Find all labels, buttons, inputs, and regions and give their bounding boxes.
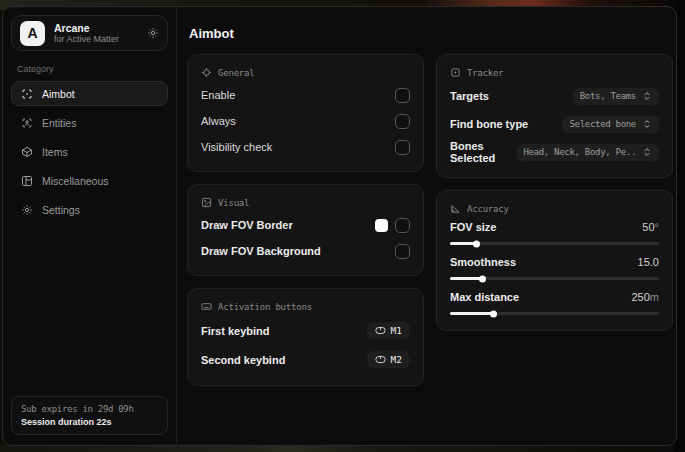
card-title-text: Accuracy: [467, 204, 509, 214]
setting-label: Second keybind: [201, 354, 285, 366]
accuracy-card: Accuracy FOV size 50° Smoothness: [436, 190, 673, 331]
brand-card: A Arcane for Active Matter: [11, 15, 168, 51]
slider-value: 15.0: [638, 256, 659, 268]
setting-row-visibility-check: Visibility check: [201, 134, 410, 160]
brand-text: Arcane for Active Matter: [54, 22, 138, 44]
slider-unit: m: [650, 291, 659, 303]
sidebar: A Arcane for Active Matter Category: [3, 7, 177, 445]
card-title-text: General: [218, 68, 255, 78]
smoothness-slider[interactable]: [450, 277, 659, 280]
find-bone-type-dropdown[interactable]: Selected bone: [562, 116, 659, 133]
sidebar-item-label: Miscellaneous: [42, 175, 109, 187]
fov-border-color-swatch[interactable]: [375, 219, 388, 232]
setting-label: Smoothness: [450, 256, 516, 268]
sidebar-item-aimbot[interactable]: Aimbot: [11, 81, 168, 106]
image-icon: [201, 197, 212, 208]
fov-size-slider-group: FOV size 50°: [450, 219, 659, 245]
enable-checkbox[interactable]: [395, 88, 410, 103]
page-title: Aimbot: [189, 26, 673, 41]
right-column: Tracker Targets Bots, Teams: [436, 54, 673, 386]
keyboard-icon: [201, 301, 212, 312]
setting-label: Enable: [201, 89, 235, 101]
always-checkbox[interactable]: [395, 114, 410, 129]
card-title-text: Activation buttons: [218, 302, 312, 312]
dropdown-value: Bots, Teams: [580, 91, 636, 101]
setting-label: Always: [201, 115, 236, 127]
brand-subtitle: for Active Matter: [54, 34, 138, 44]
brand-title: Arcane: [54, 22, 138, 34]
dropdown-value: Head, Neck, Body, Pe..: [523, 147, 636, 157]
first-keybind-button[interactable]: M1: [367, 322, 410, 339]
slider-number: 50: [642, 221, 654, 233]
slider-fill[interactable]: [450, 277, 483, 280]
setting-label: Max distance: [450, 291, 519, 303]
dropdown-value: Selected bone: [569, 119, 636, 129]
bones-selected-dropdown[interactable]: Head, Neck, Body, Pe..: [516, 144, 659, 161]
setting-label: FOV size: [450, 221, 496, 233]
sidebar-nav: Aimbot Entities Items: [11, 81, 168, 222]
mouse-icon: [375, 326, 386, 335]
max-distance-slider[interactable]: [450, 312, 659, 315]
sub-expires-text: Sub expires in 29d 09h: [21, 404, 158, 414]
visual-card: Visual Draw FOV Border Draw FOV Backgrou…: [187, 184, 424, 276]
slider-number: 250: [631, 291, 649, 303]
setting-row-first-keybind: First keybind M1: [201, 316, 410, 345]
left-column: General Enable Always Visibility check: [187, 54, 424, 386]
gear-icon: [21, 204, 33, 216]
person-scan-icon: [21, 117, 33, 129]
setting-row-draw-fov-border: Draw FOV Border: [201, 212, 410, 238]
slider-fill[interactable]: [450, 242, 477, 245]
main-content: Aimbot General Enable: [177, 7, 677, 445]
cheat-menu-window: A Arcane for Active Matter Category: [2, 6, 677, 446]
card-title-text: Visual: [218, 198, 249, 208]
targets-dropdown[interactable]: Bots, Teams: [573, 88, 659, 105]
subscription-box: Sub expires in 29d 09h Session duration …: [11, 396, 168, 435]
general-card-title: General: [201, 67, 410, 78]
tracker-card-title: Tracker: [450, 67, 659, 78]
chevrons-up-down-icon: [642, 119, 652, 129]
setting-label: Find bone type: [450, 118, 528, 130]
panels-icon: [21, 175, 33, 187]
smoothness-slider-group: Smoothness 15.0: [450, 254, 659, 280]
accuracy-card-title: Accuracy: [450, 203, 659, 214]
card-title-text: Tracker: [467, 68, 504, 78]
sidebar-item-label: Aimbot: [42, 88, 75, 100]
draw-fov-border-checkbox[interactable]: [395, 218, 410, 233]
setting-row-second-keybind: Second keybind M2: [201, 345, 410, 374]
sidebar-item-label: Settings: [42, 204, 80, 216]
session-duration-text: Session duration 22s: [21, 417, 158, 427]
setting-label: Targets: [450, 90, 489, 102]
slider-number: 15.0: [638, 256, 659, 268]
chevrons-up-down-icon: [642, 91, 652, 101]
cube-icon: [21, 146, 33, 158]
setting-row-always: Always: [201, 108, 410, 134]
sidebar-item-items[interactable]: Items: [11, 139, 168, 164]
slider-fill[interactable]: [450, 312, 494, 315]
focus-square-icon: [450, 67, 461, 78]
fov-size-slider[interactable]: [450, 242, 659, 245]
second-keybind-button[interactable]: M2: [367, 351, 410, 368]
setting-label: Visibility check: [201, 141, 272, 153]
slider-value: 250m: [631, 291, 659, 303]
chevrons-up-down-icon: [642, 147, 652, 157]
mouse-icon: [375, 355, 386, 364]
slider-value: 50°: [642, 221, 659, 233]
sidebar-item-label: Entities: [42, 117, 76, 129]
visibility-check-checkbox[interactable]: [395, 140, 410, 155]
brand-logo: A: [20, 21, 45, 46]
crosshair-icon: [201, 67, 212, 78]
sidebar-item-miscellaneous[interactable]: Miscellaneous: [11, 168, 168, 193]
sidebar-item-settings[interactable]: Settings: [11, 197, 168, 222]
setting-row-enable: Enable: [201, 82, 410, 108]
setting-row-find-bone-type: Find bone type Selected bone: [450, 110, 659, 138]
setting-row-draw-fov-background: Draw FOV Background: [201, 238, 410, 264]
setting-label: First keybind: [201, 325, 269, 337]
sidebar-item-label: Items: [42, 146, 68, 158]
gear-icon[interactable]: [147, 27, 159, 39]
setting-label: Draw FOV Background: [201, 245, 321, 257]
angle-icon: [450, 203, 461, 214]
slider-unit: °: [655, 221, 659, 233]
sidebar-item-entities[interactable]: Entities: [11, 110, 168, 135]
draw-fov-background-checkbox[interactable]: [395, 244, 410, 259]
activation-buttons-card: Activation buttons First keybind M1: [187, 288, 424, 386]
